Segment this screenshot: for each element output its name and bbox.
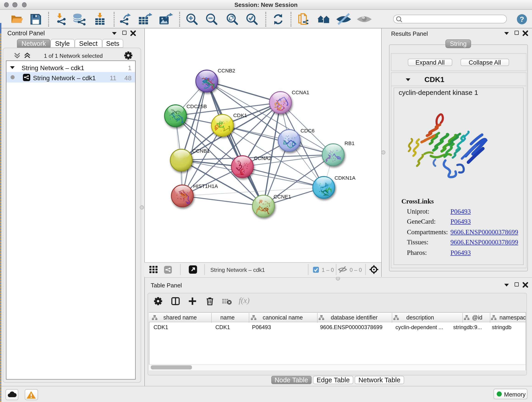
svg-text:CDK1: CDK1	[233, 113, 247, 118]
svg-text:CDC25B: CDC25B	[186, 104, 207, 109]
svg-text:CDC6: CDC6	[300, 128, 315, 134]
svg-text:CCNA1: CCNA1	[292, 89, 309, 95]
svg-text:CDKN1A: CDKN1A	[335, 175, 356, 181]
svg-text:CCNA2: CCNA2	[254, 155, 272, 161]
svg-text:RB1: RB1	[345, 140, 355, 146]
svg-text:CCNB2: CCNB2	[218, 68, 235, 74]
svg-text:?: ?	[519, 15, 524, 23]
svg-text:CCNB1: CCNB1	[192, 148, 210, 154]
svg-text:HIST1H1A: HIST1H1A	[193, 183, 218, 189]
svg-text:CCNE1: CCNE1	[273, 194, 291, 200]
